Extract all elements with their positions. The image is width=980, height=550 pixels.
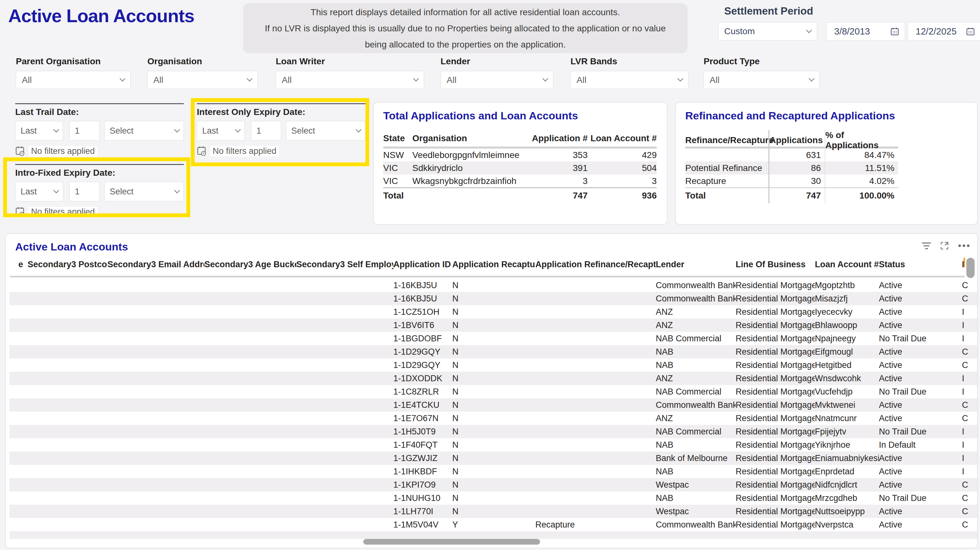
cell: Potential Refinance bbox=[685, 162, 768, 174]
cell: 3 bbox=[526, 176, 588, 186]
cell: C bbox=[962, 294, 977, 304]
table-row[interactable]: 1-1LH770INWestpacResidential MortgageNut… bbox=[10, 505, 977, 518]
range-type-dropdown[interactable]: Last bbox=[15, 121, 63, 141]
table-row[interactable]: 1-1NUHG10NNABResidential MortgageMrzcgdh… bbox=[10, 491, 977, 505]
table-row[interactable]: 1-1BV6IT6NANZResidential MortgageBhlawoo… bbox=[10, 319, 977, 332]
calendar-icon[interactable] bbox=[966, 27, 975, 36]
table-row[interactable]: 1-1C8ZRLRNNAB CommercialResidential Mort… bbox=[10, 385, 977, 398]
table-row[interactable]: 1-1E4TCKUNCommonwealth BankResidential M… bbox=[10, 398, 977, 412]
cell: N bbox=[452, 320, 535, 330]
table-row[interactable]: 1-1GZWJIZNBank of MelbourneResidential M… bbox=[10, 452, 977, 465]
organisation-dropdown[interactable]: All bbox=[147, 71, 258, 89]
range-value-input[interactable]: 1 bbox=[69, 121, 100, 141]
table-row[interactable]: VICWkagsnybkgcfrdrbzainfioh33 bbox=[383, 174, 657, 187]
column-header[interactable]: Applications bbox=[768, 130, 825, 151]
column-header[interactable]: Status bbox=[879, 260, 962, 269]
column-header[interactable]: Organisation bbox=[412, 133, 526, 143]
cell: Fpijejytv bbox=[815, 427, 879, 437]
cell: Residential Mortgage bbox=[736, 320, 815, 330]
cell: C bbox=[962, 520, 977, 530]
column-header[interactable]: Refinance/Recapture bbox=[685, 130, 768, 151]
column-header[interactable]: Application Recapture bbox=[452, 260, 535, 269]
column-header[interactable]: Loan Account # bbox=[815, 260, 879, 269]
product-type-dropdown[interactable]: All bbox=[704, 71, 819, 89]
vertical-scrollbar-thumb[interactable] bbox=[966, 258, 975, 278]
cell: Active bbox=[879, 320, 962, 330]
chevron-down-icon bbox=[247, 76, 252, 81]
loan-writer-dropdown[interactable]: All bbox=[276, 71, 424, 89]
slicer-label: Intro-Fixed Expiry Date: bbox=[15, 168, 184, 178]
column-header[interactable]: Lender bbox=[656, 260, 736, 269]
table-row[interactable]: VICSdkkirydriclo391504 bbox=[383, 162, 657, 174]
table-row[interactable]: Potential Refinance8611.51% bbox=[685, 162, 898, 174]
cell: NAB bbox=[656, 347, 736, 357]
table-row[interactable]: 1-16KBJ5UNCommonwealth BankResidential M… bbox=[10, 279, 977, 292]
range-unit-dropdown[interactable]: Select bbox=[104, 182, 184, 201]
end-date-input[interactable]: 12/2/2025 bbox=[908, 22, 980, 41]
more-options-icon[interactable]: ••• bbox=[958, 243, 971, 249]
table-row[interactable]: 1-1D29GQYNNABResidential MortgageEifgmou… bbox=[10, 345, 977, 358]
table-row[interactable]: 1-1F40FQTNNABResidential MortgageYiknjrh… bbox=[10, 438, 977, 452]
cell: Residential Mortgage bbox=[736, 480, 815, 490]
lvr-bands-dropdown[interactable]: All bbox=[571, 71, 689, 89]
table-row[interactable]: 63184.47% bbox=[685, 149, 898, 162]
cell: 4.02% bbox=[825, 174, 898, 187]
column-header[interactable]: Application # bbox=[526, 133, 588, 143]
table-row[interactable]: NSWVeedleborgpgnfvlmleimnee353429 bbox=[383, 149, 657, 162]
cell: 30 bbox=[768, 174, 825, 187]
range-value-input[interactable]: 1 bbox=[69, 182, 100, 201]
filter-label: Organisation bbox=[147, 56, 258, 67]
column-header[interactable]: Secondary3 Self Employed bbox=[296, 260, 393, 269]
table-row[interactable]: 1-16KBJ5UNCommonwealth BankResidential M… bbox=[10, 292, 977, 305]
settlement-period-dropdown[interactable]: Custom bbox=[718, 22, 817, 41]
column-header[interactable]: Secondary3 Postcode bbox=[27, 260, 107, 269]
range-value-input[interactable]: 1 bbox=[251, 121, 281, 141]
lender-dropdown[interactable]: All bbox=[441, 71, 554, 89]
cell: Active bbox=[879, 281, 962, 290]
focus-mode-icon[interactable] bbox=[939, 241, 950, 251]
column-header[interactable]: Application ID bbox=[393, 260, 452, 269]
chevron-down-icon bbox=[235, 127, 240, 132]
parent-organisation-dropdown[interactable]: All bbox=[16, 71, 130, 89]
table-row[interactable]: 1-1BGDOBFNNAB CommercialResidential Mort… bbox=[10, 332, 977, 345]
table-row[interactable]: 1-1IHKBDFNNABResidential MortgageEnprdet… bbox=[10, 465, 977, 478]
start-date-input[interactable]: 3/8/2013 bbox=[826, 22, 905, 41]
cell: Active bbox=[879, 347, 962, 357]
column-header[interactable]: Line Of Business bbox=[736, 260, 815, 269]
column-header[interactable]: Secondary3 Age Buckets bbox=[204, 260, 296, 269]
divider bbox=[197, 103, 366, 104]
table-row[interactable]: 1-1M5V04VYRecaptureCommonwealth BankResi… bbox=[10, 518, 977, 531]
table-row[interactable]: 1-1CZ51OHNANZResidential MortgageIyececv… bbox=[10, 305, 977, 319]
slicer-label: Interest Only Expiry Date: bbox=[197, 107, 366, 117]
table-row[interactable]: 1-1D29GQYNNABResidential MortgageHetgitb… bbox=[10, 358, 977, 372]
filter-icon[interactable] bbox=[922, 243, 931, 249]
calendar-icon[interactable] bbox=[890, 27, 899, 36]
cell bbox=[685, 149, 768, 162]
cell: N bbox=[452, 467, 535, 477]
cell: Total bbox=[383, 190, 412, 201]
cell: I bbox=[962, 467, 977, 477]
table-row[interactable]: Recapture304.02% bbox=[685, 174, 898, 187]
cell: VIC bbox=[383, 163, 412, 173]
horizontal-scrollbar-thumb[interactable] bbox=[363, 539, 540, 545]
range-unit-dropdown[interactable]: Select bbox=[286, 121, 366, 141]
table-row[interactable]: 1-1DXODDKNANZResidential MortgageWnsdwco… bbox=[10, 372, 977, 385]
table-row[interactable]: 1-1E7O67NNANZResidential MortgageNnatmcu… bbox=[10, 412, 977, 425]
divider bbox=[15, 103, 184, 104]
column-header[interactable]: Application Refinance/Recapture bbox=[535, 260, 656, 269]
range-type-dropdown[interactable]: Last bbox=[197, 121, 245, 141]
column-header[interactable]: Loan Account # bbox=[588, 133, 657, 143]
range-type-dropdown[interactable]: Last bbox=[15, 182, 63, 201]
table-row[interactable]: 1-1H5J0T9NNAB CommercialResidential Mort… bbox=[10, 425, 977, 438]
column-header[interactable]: Secondary3 Email Address bbox=[107, 260, 204, 269]
range-unit-dropdown[interactable]: Select bbox=[104, 121, 184, 141]
cell: 86 bbox=[768, 162, 825, 174]
intro-fixed-expiry-slicer: Intro-Fixed Expiry Date: Last 1 Select N… bbox=[15, 164, 184, 217]
table-row[interactable]: 1-1KPI7O9NWestpacResidential MortgageNid… bbox=[10, 478, 977, 491]
cell: Vucfehdjp bbox=[815, 387, 879, 397]
cell: NAB bbox=[656, 440, 736, 450]
column-header[interactable]: e bbox=[10, 260, 27, 269]
cell: N bbox=[452, 427, 535, 437]
column-header[interactable]: % of Applications bbox=[825, 130, 898, 151]
column-header[interactable]: State bbox=[383, 133, 412, 143]
